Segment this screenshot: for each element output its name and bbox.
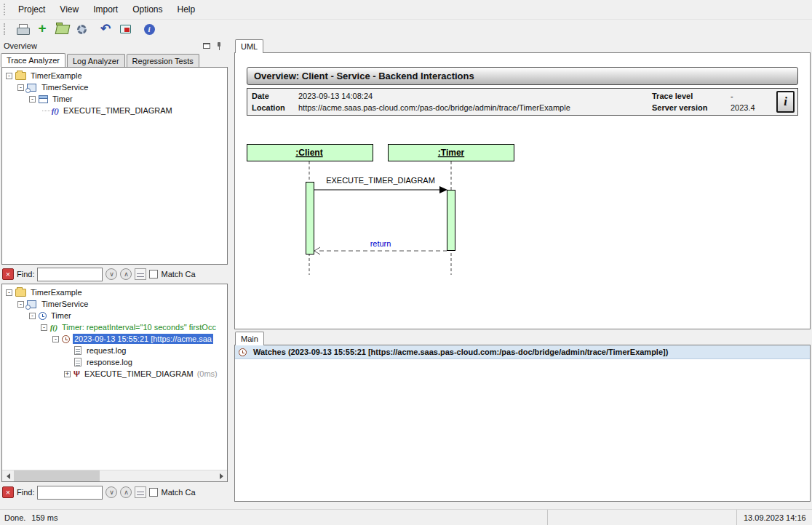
menu-item-project[interactable]: Project <box>11 1 52 17</box>
scroll-left-button[interactable] <box>2 470 14 481</box>
find-prev-button[interactable]: ∧ <box>120 268 132 280</box>
match-case-label: Match Ca <box>161 488 195 497</box>
tree-label[interactable]: EXECUTE_TIMER_DIAGRAM <box>62 105 174 116</box>
location-value: https://acme.saas.pas-cloud.com:/pas-doc… <box>298 103 652 112</box>
highlight-all-button[interactable] <box>135 486 146 498</box>
return-arrowhead-icon <box>314 247 320 255</box>
menu-item-import[interactable]: Import <box>86 1 125 17</box>
tree-row-execute-timer-diagram[interactable]: EXECUTE_TIMER_DIAGRAM (0ms) <box>4 368 227 380</box>
collapse-icon[interactable] <box>17 301 24 308</box>
menu-item-view[interactable]: View <box>52 1 86 17</box>
overview-panel-header: Overview <box>0 39 229 52</box>
find-next-button[interactable]: ∨ <box>106 268 117 280</box>
expand-icon[interactable] <box>64 371 71 377</box>
log-file-icon <box>74 346 81 355</box>
collapse-icon[interactable] <box>6 73 12 79</box>
trace-tree-panel: TimerExample TimerService Timer EXECUTE_… <box>1 67 228 265</box>
print-button[interactable] <box>15 21 31 37</box>
tree-label[interactable]: 2023-09-13 15:55:21 [https://acme.saa <box>73 334 213 344</box>
find-next-button[interactable]: ∨ <box>106 486 117 498</box>
timer-activation-bar[interactable] <box>447 191 455 251</box>
match-case-checkbox[interactable] <box>149 488 158 497</box>
tree-row-request-log[interactable]: request.log <box>4 345 227 356</box>
tree-label[interactable]: Timer <box>51 94 74 104</box>
statusbar-divider <box>547 510 548 525</box>
collapse-icon[interactable] <box>6 289 12 296</box>
tree-label[interactable]: TimerExample <box>29 287 84 297</box>
float-window-icon[interactable] <box>203 43 210 49</box>
close-find-button[interactable] <box>2 486 14 498</box>
open-button[interactable] <box>54 21 70 37</box>
find-prev-button[interactable]: ∧ <box>120 486 132 498</box>
date-label: Date <box>252 92 298 100</box>
horizontal-scrollbar[interactable] <box>2 470 227 481</box>
duration-badge: (0ms) <box>197 369 218 378</box>
tree-row-timer-interval[interactable]: Timer: repeatInterval="10 seconds" first… <box>4 321 227 333</box>
tree-label[interactable]: TimerService <box>40 82 89 92</box>
log-file-icon <box>74 358 81 366</box>
tree-row-timer-service[interactable]: TimerService <box>4 81 227 93</box>
watches-title: Watches (2023-09-13 15:55:21 [https://ac… <box>253 348 668 356</box>
tree-label[interactable]: TimerService <box>40 299 89 309</box>
tree-label[interactable]: request.log <box>85 345 127 356</box>
tab-main[interactable]: Main <box>235 332 264 345</box>
scroll-right-button[interactable] <box>215 470 227 481</box>
tree-label[interactable]: Timer: repeatInterval="10 seconds" first… <box>60 322 218 332</box>
find-input[interactable] <box>37 486 103 500</box>
tree-row-trace-timestamp[interactable]: 2023-09-13 15:55:21 [https://acme.saa <box>4 333 227 345</box>
sequence-diagram: :Client :Timer EXECUTE_TIMER_DIAGRAM ret… <box>247 144 523 279</box>
close-find-button[interactable] <box>2 268 14 280</box>
menubar-grip[interactable] <box>4 4 7 15</box>
overview-panel: Overview Trace Analyzer Log Analyzer Reg… <box>0 39 229 508</box>
find-bar-bottom: Find: ∨ ∧ Match Ca <box>1 483 229 502</box>
tab-trace-analyzer[interactable]: Trace Analyzer <box>1 53 65 67</box>
undo-button[interactable] <box>97 21 114 37</box>
tree-row-execute-timer-diagram[interactable]: EXECUTE_TIMER_DIAGRAM <box>4 105 227 116</box>
settings-gear-icon <box>77 25 87 34</box>
tree-row-timer[interactable]: Timer <box>4 93 227 105</box>
find-input[interactable] <box>37 268 103 281</box>
tree-connector <box>42 111 52 111</box>
tab-uml[interactable]: UML <box>235 39 263 53</box>
diagram-info-button[interactable]: i <box>776 91 795 113</box>
tree-label[interactable]: EXECUTE_TIMER_DIAGRAM <box>83 369 195 379</box>
tree-row-timer-service[interactable]: TimerService <box>4 298 227 310</box>
collapse-icon[interactable] <box>52 336 59 342</box>
record-button[interactable] <box>117 21 133 37</box>
alarm-clock-icon <box>62 335 70 343</box>
watches-panel: Watches (2023-09-13 15:55:21 [https://ac… <box>234 345 811 502</box>
collapse-icon[interactable] <box>41 324 47 331</box>
match-case-checkbox[interactable] <box>149 270 158 278</box>
menu-item-help[interactable]: Help <box>170 1 203 17</box>
service-icon <box>27 84 36 92</box>
settings-button[interactable] <box>73 21 89 37</box>
highlight-all-button[interactable] <box>135 268 146 280</box>
log-tree: TimerExample TimerService Timer Timer: r… <box>2 284 227 380</box>
tree-label[interactable]: response.log <box>85 357 134 367</box>
collapse-icon[interactable] <box>29 313 36 319</box>
log-tree-panel: TimerExample TimerService Timer Timer: r… <box>1 284 228 482</box>
date-value: 2023-09-13 14:08:24 <box>298 92 652 100</box>
add-button[interactable] <box>34 21 50 37</box>
tree-row-timer-example[interactable]: TimerExample <box>4 286 227 298</box>
tab-log-analyzer[interactable]: Log Analyzer <box>67 54 125 67</box>
service-icon <box>27 300 36 308</box>
collapse-icon[interactable] <box>17 84 24 91</box>
tab-regression-tests[interactable]: Regression Tests <box>127 54 199 67</box>
pin-icon[interactable] <box>216 41 223 50</box>
tree-row-timer[interactable]: Timer <box>4 310 227 321</box>
find-label: Find: <box>17 270 34 278</box>
menu-item-options[interactable]: Options <box>125 1 170 17</box>
scrollbar-thumb[interactable] <box>14 470 100 481</box>
status-datetime: 13.09.2023 14:16 <box>737 513 812 522</box>
info-button[interactable] <box>141 21 157 37</box>
tree-label[interactable]: Timer <box>49 310 73 321</box>
trace-fork-icon <box>73 369 80 378</box>
tree-row-response-log[interactable]: response.log <box>4 356 227 368</box>
client-activation-bar[interactable] <box>306 183 314 255</box>
collapse-icon[interactable] <box>29 96 36 103</box>
tree-label[interactable]: TimerExample <box>29 71 84 81</box>
toolbar-grip[interactable] <box>4 23 7 35</box>
tree-row-timer-example[interactable]: TimerExample <box>4 70 227 81</box>
panel-splitter[interactable] <box>229 39 234 508</box>
